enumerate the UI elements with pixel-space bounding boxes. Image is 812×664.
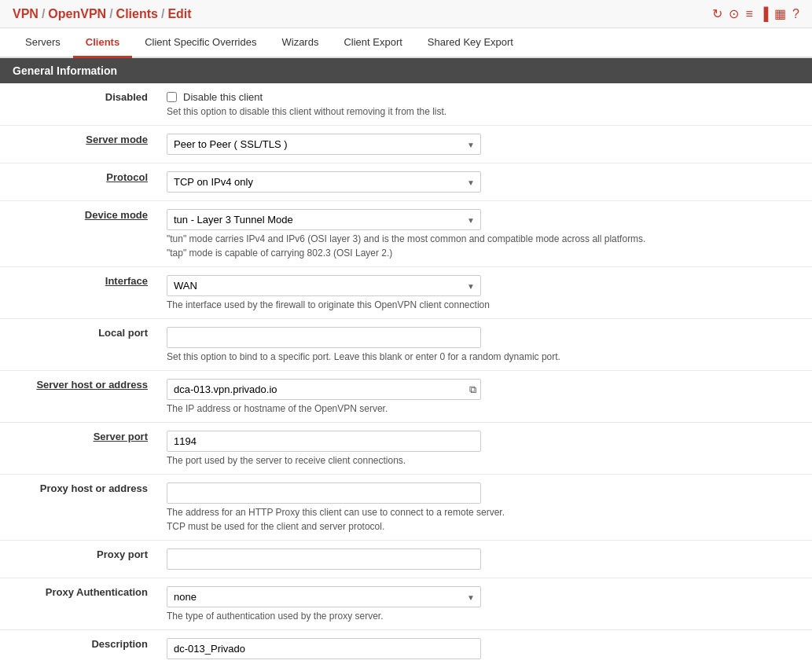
label-device-mode: Device mode bbox=[0, 201, 157, 267]
label-server-host: Server host or address bbox=[0, 371, 157, 423]
form-table: Disabled Disable this client Set this op… bbox=[0, 83, 812, 664]
label-local-port: Local port bbox=[0, 319, 157, 371]
device-mode-help1: "tun" mode carries IPv4 and IPv6 (OSI la… bbox=[167, 233, 803, 244]
interface-select[interactable]: WAN LAN any bbox=[167, 275, 481, 296]
field-protocol: TCP on IPv4 only TCP on IPv6 only UDP on… bbox=[157, 163, 812, 201]
row-disabled: Disabled Disable this client Set this op… bbox=[0, 83, 812, 126]
label-description: Description bbox=[0, 630, 157, 665]
row-proxy-port: Proxy port bbox=[0, 541, 812, 578]
server-host-input[interactable] bbox=[167, 379, 481, 400]
breadcrumb-openvpn[interactable]: OpenVPN bbox=[48, 7, 106, 21]
tab-wizards[interactable]: Wizards bbox=[269, 28, 331, 58]
row-proxy-auth: Proxy Authentication none basic ntlm ▼ T… bbox=[0, 578, 812, 630]
refresh-icon[interactable]: ↻ bbox=[712, 6, 722, 21]
power-icon[interactable]: ⊙ bbox=[729, 6, 739, 21]
chart-icon[interactable]: ▐ bbox=[759, 7, 768, 21]
copy-icon[interactable]: ⧉ bbox=[469, 383, 476, 396]
row-device-mode: Device mode tun - Layer 3 Tunnel Mode ta… bbox=[0, 201, 812, 267]
server-mode-select[interactable]: Peer to Peer ( SSL/TLS ) Peer to Peer ( … bbox=[167, 134, 481, 155]
label-protocol: Protocol bbox=[0, 163, 157, 201]
help-icon[interactable]: ? bbox=[792, 7, 799, 21]
field-interface: WAN LAN any ▼ The interface used by the … bbox=[157, 267, 812, 319]
row-interface: Interface WAN LAN any ▼ The interface us… bbox=[0, 267, 812, 319]
tab-client-export[interactable]: Client Export bbox=[331, 28, 414, 58]
row-server-mode: Server mode Peer to Peer ( SSL/TLS ) Pee… bbox=[0, 126, 812, 163]
proxy-host-help2: TCP must be used for the client and serv… bbox=[167, 521, 803, 532]
device-mode-select[interactable]: tun - Layer 3 Tunnel Mode tap - Layer 2 … bbox=[167, 209, 481, 230]
sliders-icon[interactable]: ≡ bbox=[745, 7, 752, 21]
field-server-host: ⧉ The IP address or hostname of the Open… bbox=[157, 371, 812, 423]
proxy-host-input[interactable] bbox=[167, 482, 481, 504]
local-port-help: Set this option to bind to a specific po… bbox=[167, 351, 803, 362]
label-proxy-port: Proxy port bbox=[0, 541, 157, 578]
server-host-help: The IP address or hostname of the OpenVP… bbox=[167, 403, 803, 414]
nav-tabs: Servers Clients Client Specific Override… bbox=[0, 28, 812, 58]
breadcrumb-clients[interactable]: Clients bbox=[116, 7, 158, 21]
disabled-checkbox[interactable] bbox=[167, 92, 177, 102]
proxy-auth-select[interactable]: none basic ntlm bbox=[167, 586, 481, 607]
tab-servers[interactable]: Servers bbox=[13, 28, 73, 58]
device-mode-help2: "tap" mode is capable of carrying 802.3 … bbox=[167, 248, 803, 259]
tab-clients[interactable]: Clients bbox=[73, 28, 132, 58]
label-proxy-auth: Proxy Authentication bbox=[0, 578, 157, 630]
field-description bbox=[157, 630, 812, 665]
field-device-mode: tun - Layer 3 Tunnel Mode tap - Layer 2 … bbox=[157, 201, 812, 267]
header-icons: ↻ ⊙ ≡ ▐ ▦ ? bbox=[712, 6, 799, 21]
server-port-help: The port used by the server to receive c… bbox=[167, 455, 803, 466]
breadcrumb-vpn[interactable]: VPN bbox=[13, 7, 39, 21]
row-proxy-host: Proxy host or address The address for an… bbox=[0, 475, 812, 541]
field-local-port: Set this option to bind to a specific po… bbox=[157, 319, 812, 371]
proxy-host-help1: The address for an HTTP Proxy this clien… bbox=[167, 507, 803, 518]
tab-client-specific-overrides[interactable]: Client Specific Overrides bbox=[132, 28, 269, 58]
breadcrumb-edit: Edit bbox=[167, 7, 191, 21]
row-local-port: Local port Set this option to bind to a … bbox=[0, 319, 812, 371]
description-input[interactable] bbox=[167, 638, 481, 659]
protocol-select[interactable]: TCP on IPv4 only TCP on IPv6 only UDP on… bbox=[167, 171, 481, 193]
label-server-mode: Server mode bbox=[0, 126, 157, 163]
label-disabled: Disabled bbox=[0, 83, 157, 126]
label-interface: Interface bbox=[0, 267, 157, 319]
row-protocol: Protocol TCP on IPv4 only TCP on IPv6 on… bbox=[0, 163, 812, 201]
table-icon[interactable]: ▦ bbox=[774, 6, 786, 21]
local-port-input[interactable] bbox=[167, 327, 481, 348]
field-proxy-auth: none basic ntlm ▼ The type of authentica… bbox=[157, 578, 812, 630]
row-description: Description bbox=[0, 630, 812, 665]
breadcrumb: VPN / OpenVPN / Clients / Edit bbox=[13, 7, 192, 21]
top-header: VPN / OpenVPN / Clients / Edit ↻ ⊙ ≡ ▐ ▦… bbox=[0, 0, 812, 28]
row-server-host: Server host or address ⧉ The IP address … bbox=[0, 371, 812, 423]
tab-shared-key-export[interactable]: Shared Key Export bbox=[415, 28, 526, 58]
label-server-port: Server port bbox=[0, 423, 157, 475]
field-server-port: The port used by the server to receive c… bbox=[157, 423, 812, 475]
proxy-port-input[interactable] bbox=[167, 548, 481, 570]
server-port-input[interactable] bbox=[167, 431, 481, 452]
field-proxy-port bbox=[157, 541, 812, 578]
row-server-port: Server port The port used by the server … bbox=[0, 423, 812, 475]
disabled-checkbox-label: Disable this client bbox=[183, 91, 263, 103]
proxy-auth-help: The type of authentication used by the p… bbox=[167, 611, 803, 622]
main-content: General Information Disabled Disable thi… bbox=[0, 58, 812, 664]
section-header: General Information bbox=[0, 58, 812, 83]
field-disabled: Disable this client Set this option to d… bbox=[157, 83, 812, 126]
field-server-mode: Peer to Peer ( SSL/TLS ) Peer to Peer ( … bbox=[157, 126, 812, 163]
label-proxy-host: Proxy host or address bbox=[0, 475, 157, 541]
field-proxy-host: The address for an HTTP Proxy this clien… bbox=[157, 475, 812, 541]
interface-help: The interface used by the firewall to or… bbox=[167, 299, 803, 310]
disabled-help: Set this option to disable this client w… bbox=[167, 106, 803, 117]
